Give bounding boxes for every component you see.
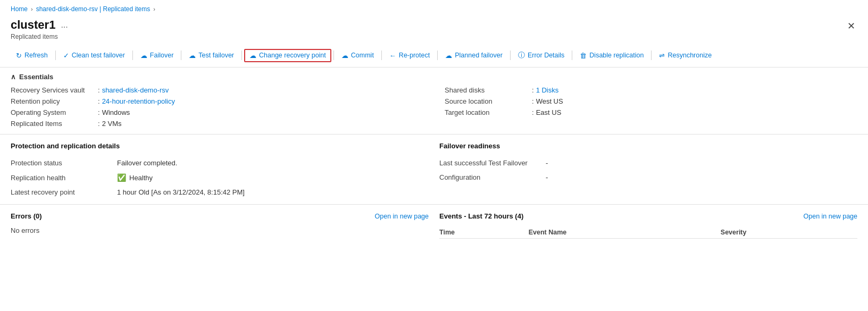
recovery-point-label: Latest recovery point <box>11 188 117 196</box>
errors-title: Errors (0) <box>11 212 42 220</box>
error-details-button[interactable]: ⓘ Error Details <box>513 48 570 63</box>
separator-4 <box>241 51 242 60</box>
refresh-label: Refresh <box>24 52 48 59</box>
essentials-chevron: ∧ <box>11 73 16 81</box>
separator-2 <box>132 51 133 60</box>
title-section: cluster1 ... Replicated items <box>11 18 68 40</box>
no-errors-text: No errors <box>11 226 429 234</box>
essentials-row-target-location: Target location : East US <box>445 108 857 116</box>
clean-test-failover-label: Clean test failover <box>72 52 125 59</box>
clean-test-failover-button[interactable]: ✓ Clean test failover <box>58 49 130 62</box>
essentials-header: ∧ Essentials <box>0 68 868 84</box>
change-recovery-point-button[interactable]: ☁ Change recovery point <box>244 49 331 62</box>
resynchronize-button[interactable]: ⇌ Resynchronize <box>654 49 717 62</box>
os-value: Windows <box>102 108 130 116</box>
separator-6 <box>381 51 382 60</box>
source-location-value: West US <box>536 97 563 105</box>
events-col: Events - Last 72 hours (4) Open in new p… <box>439 212 857 239</box>
breadcrumb: Home › shared-disk-demo-rsv | Replicated… <box>0 0 868 16</box>
health-icon: ✅ <box>117 173 126 182</box>
cloud-icon-4: ☁ <box>341 52 348 60</box>
shared-disks-link[interactable]: 1 Disks <box>536 86 559 94</box>
re-protect-button[interactable]: ← Re-protect <box>384 49 435 62</box>
planned-failover-button[interactable]: ☁ Planned failover <box>440 49 508 62</box>
retention-link[interactable]: 24-hour-retention-policy <box>102 97 175 105</box>
refresh-button[interactable]: ↻ Refresh <box>11 49 53 62</box>
resynchronize-label: Resynchronize <box>667 52 712 59</box>
events-table: Time Event Name Severity <box>439 226 857 239</box>
essentials-row-retention: Retention policy : 24-hour-retention-pol… <box>11 97 423 105</box>
replicated-items-label: Replicated Items <box>11 120 96 128</box>
test-failover-button[interactable]: ☁ Test failover <box>183 49 239 62</box>
commit-button[interactable]: ☁ Commit <box>336 49 379 62</box>
essentials-row-shared-disks: Shared disks : 1 Disks <box>445 86 857 94</box>
configuration-value: - <box>546 173 857 181</box>
failover-label: Failover <box>150 52 173 59</box>
events-col-severity: Severity <box>721 226 857 239</box>
events-col-name: Event Name <box>529 226 721 239</box>
replicated-items-value: 2 VMs <box>102 120 122 128</box>
title-row: cluster1 ... <box>11 18 68 32</box>
breadcrumb-chevron1: › <box>31 6 33 12</box>
re-protect-label: Re-protect <box>399 52 430 59</box>
errors-header: Errors (0) Open in new page <box>11 212 429 220</box>
protection-status-label: Protection status <box>11 159 117 167</box>
recovery-point-value: 1 hour Old [As on 3/12/2024, 8:15:42 PM] <box>117 188 429 196</box>
events-open-link[interactable]: Open in new page <box>804 213 857 220</box>
more-options-button[interactable]: ... <box>61 20 68 30</box>
target-location-label: Target location <box>445 108 530 116</box>
events-header: Events - Last 72 hours (4) Open in new p… <box>439 212 857 220</box>
retention-label: Retention policy <box>11 97 96 105</box>
last-test-failover-label: Last successful Test Failover <box>439 159 546 167</box>
page-title: cluster1 <box>11 18 55 32</box>
refresh-icon: ↻ <box>16 52 22 60</box>
breadcrumb-home[interactable]: Home <box>11 5 28 13</box>
vault-label: Recovery Services vault <box>11 86 96 94</box>
errors-col: Errors (0) Open in new page No errors <box>11 212 429 239</box>
shared-disks-label: Shared disks <box>445 86 530 94</box>
protection-title: Protection and replication details <box>11 142 429 150</box>
test-failover-label: Test failover <box>198 52 234 59</box>
breadcrumb-vault[interactable]: shared-disk-demo-rsv | Replicated items <box>36 5 151 13</box>
vault-link[interactable]: shared-disk-demo-rsv <box>102 86 169 94</box>
details-section: Protection and replication details Prote… <box>0 135 868 205</box>
disable-replication-label: Disable replication <box>589 52 644 59</box>
recovery-point-row: Latest recovery point 1 hour Old [As on … <box>11 186 429 199</box>
essentials-left-col: Recovery Services vault : shared-disk-de… <box>11 86 423 128</box>
separator-7 <box>437 51 438 60</box>
essentials-right-col: Shared disks : 1 Disks Source location :… <box>445 86 857 128</box>
essentials-row-vault: Recovery Services vault : shared-disk-de… <box>11 86 423 94</box>
trash-icon: 🗑 <box>580 52 587 60</box>
os-label: Operating System <box>11 108 96 116</box>
failover-title: Failover readiness <box>439 142 857 150</box>
planned-failover-label: Planned failover <box>455 52 503 59</box>
cloud-icon-3: ☁ <box>249 52 256 60</box>
protection-col: Protection and replication details Prote… <box>11 142 429 199</box>
separator-3 <box>181 51 181 60</box>
protection-status-value: Failover completed. <box>117 159 429 167</box>
failover-button[interactable]: ☁ Failover <box>135 49 179 62</box>
commit-label: Commit <box>351 52 374 59</box>
failover-col: Failover readiness Last successful Test … <box>439 142 857 199</box>
cloud-icon-5: ☁ <box>445 52 452 60</box>
page-subtitle: Replicated items <box>11 33 68 40</box>
change-recovery-point-label: Change recovery point <box>259 52 326 59</box>
last-test-failover-row: Last successful Test Failover - <box>439 156 857 170</box>
source-location-label: Source location <box>445 97 530 105</box>
target-location-value: East US <box>536 108 562 116</box>
toolbar: ↻ Refresh ✓ Clean test failover ☁ Failov… <box>0 45 868 68</box>
header: cluster1 ... Replicated items ✕ <box>0 16 868 45</box>
events-col-time: Time <box>439 226 529 239</box>
events-table-header-row: Time Event Name Severity <box>439 226 857 239</box>
vault-value: shared-disk-demo-rsv <box>102 86 169 94</box>
essentials-row-source-location: Source location : West US <box>445 97 857 105</box>
error-details-label: Error Details <box>528 52 564 59</box>
retention-value: 24-hour-retention-policy <box>102 97 175 105</box>
separator-1 <box>55 51 56 60</box>
disable-replication-button[interactable]: 🗑 Disable replication <box>574 49 649 62</box>
info-icon: ⓘ <box>518 51 525 60</box>
close-button[interactable]: ✕ <box>845 18 857 34</box>
shared-disks-value: 1 Disks <box>536 86 559 94</box>
arrow-left-icon: ← <box>389 52 396 60</box>
errors-open-link[interactable]: Open in new page <box>375 213 429 220</box>
